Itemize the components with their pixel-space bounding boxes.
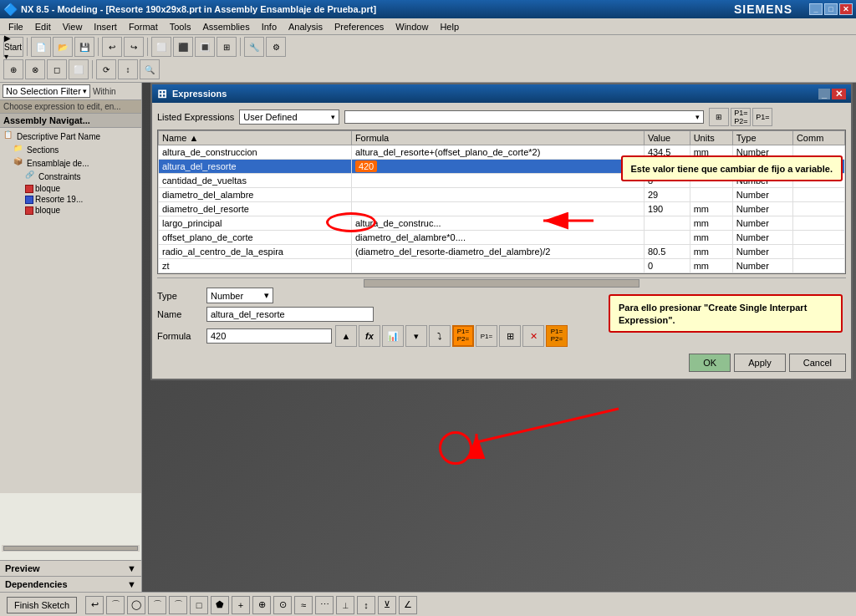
cancel-button[interactable]: Cancel xyxy=(789,354,846,372)
sketch-tool12[interactable]: ⋯ xyxy=(315,596,334,614)
sketch-tool3[interactable]: ◯ xyxy=(127,596,145,614)
view-tool2[interactable]: ⊗ xyxy=(25,59,45,79)
tree-item-constraints[interactable]: 🔗 Constraints xyxy=(2,170,140,183)
sketch-tool14[interactable]: ↕ xyxy=(357,596,375,614)
menu-preferences[interactable]: Preferences xyxy=(329,20,389,33)
table-scrollbar[interactable] xyxy=(157,277,846,288)
formula-fx-btn[interactable]: fx xyxy=(359,325,380,347)
tool3[interactable]: 🔳 xyxy=(195,37,215,57)
preview-header[interactable]: Preview ▼ xyxy=(0,561,141,576)
create-interpart-btn[interactable]: P1=P2= xyxy=(452,325,474,347)
finish-sketch-button[interactable]: Finish Sketch xyxy=(7,597,77,613)
col-formula[interactable]: Formula xyxy=(351,131,644,145)
formula-up-btn[interactable]: ▲ xyxy=(335,325,357,347)
col-value[interactable]: Value xyxy=(644,131,690,145)
menu-edit[interactable]: Edit xyxy=(30,20,56,33)
menu-file[interactable]: File xyxy=(3,20,28,33)
interpart-ref-btn[interactable]: P1= xyxy=(752,108,772,126)
selection-filter-dropdown[interactable]: No Selection Filter ▾ xyxy=(3,84,90,98)
undo-button[interactable]: ↩ xyxy=(102,37,122,57)
table-row[interactable]: largo_principal altura_de_construc... mm… xyxy=(159,216,845,231)
sketch-tool6[interactable]: □ xyxy=(190,596,208,614)
col-type[interactable]: Type xyxy=(732,131,792,145)
close-button[interactable]: ✕ xyxy=(839,3,853,15)
tree-item-bloque2[interactable]: bloque xyxy=(2,205,140,216)
menu-tools[interactable]: Tools xyxy=(165,20,196,33)
formula-down-btn[interactable]: ▾ xyxy=(405,325,427,347)
type-combo[interactable]: Number ▾ xyxy=(206,288,273,303)
tool1[interactable]: ⬜ xyxy=(151,37,171,57)
table-view-btn[interactable]: ⊞ xyxy=(709,108,729,126)
dialog-minimize[interactable]: _ xyxy=(818,89,830,99)
view-tool4[interactable]: ⬜ xyxy=(69,59,89,79)
menu-insert[interactable]: Insert xyxy=(89,20,122,33)
redo-button[interactable]: ↪ xyxy=(124,37,144,57)
formula-special-btn[interactable]: P1=P2= xyxy=(546,325,568,347)
maximize-button[interactable]: □ xyxy=(824,3,838,15)
ok-button[interactable]: OK xyxy=(689,354,731,372)
view-tool1[interactable]: ⊕ xyxy=(3,59,23,79)
table-row[interactable]: zt 0 mm Number xyxy=(159,259,845,273)
new-button[interactable]: 📄 xyxy=(31,37,51,57)
table-row[interactable]: offset_plano_de_corte diametro_del_alamb… xyxy=(159,231,845,245)
formula-input[interactable] xyxy=(206,328,332,344)
formula-table-btn[interactable]: ⊞ xyxy=(499,325,521,347)
tool4[interactable]: ⊞ xyxy=(217,37,237,57)
sketch-tool8[interactable]: + xyxy=(232,596,250,614)
tool2[interactable]: ⬛ xyxy=(173,37,193,57)
sketch-tool11[interactable]: ≈ xyxy=(294,596,313,614)
sketch-tool15[interactable]: ⊻ xyxy=(378,596,396,614)
sketch-tool7[interactable]: ⬟ xyxy=(211,596,229,614)
filter-type-combo[interactable]: User Defined ▾ xyxy=(239,109,339,125)
sketch-tool1[interactable]: ↩ xyxy=(85,596,104,614)
formula-clear-btn[interactable]: ✕ xyxy=(522,325,544,347)
formula-graph-btn[interactable]: 📊 xyxy=(382,325,404,347)
col-name[interactable]: Name ▲ xyxy=(159,131,352,145)
viewport[interactable]: P1=P2= P1=P2= P1= ⊞ Expressions _ ✕ xyxy=(142,83,856,592)
sketch-tool2[interactable]: ⌒ xyxy=(106,596,125,614)
formula-ref-btn[interactable]: P1= xyxy=(476,325,497,347)
menu-format[interactable]: Format xyxy=(124,20,163,33)
table-row[interactable]: diametro_del_resorte 190 mm Number xyxy=(159,202,845,216)
col-comm[interactable]: Comm xyxy=(792,131,844,145)
table-row[interactable]: diametro_del_alambre 29 Number xyxy=(159,188,845,202)
view-tool3[interactable]: ◻ xyxy=(47,59,67,79)
menu-info[interactable]: Info xyxy=(257,20,282,33)
menu-view[interactable]: View xyxy=(58,20,88,33)
save-button[interactable]: 💾 xyxy=(74,37,94,57)
name-input[interactable] xyxy=(206,307,374,322)
view-tool6[interactable]: ↕ xyxy=(118,59,138,79)
tree-item-bloque1[interactable]: bloque xyxy=(2,183,140,194)
sketch-tool5[interactable]: ⌒ xyxy=(169,596,187,614)
tool6[interactable]: ⚙ xyxy=(266,37,286,57)
scroll-thumb[interactable] xyxy=(364,279,639,288)
tree-item-ensamblaje[interactable]: 📦 Ensamblaje de... xyxy=(2,156,140,170)
tree-item-resorte[interactable]: Resorte 19... xyxy=(2,194,140,205)
open-button[interactable]: 📂 xyxy=(53,37,73,57)
dialog-close-icon[interactable]: ✕ xyxy=(832,89,846,99)
menu-window[interactable]: Window xyxy=(390,20,433,33)
minimize-button[interactable]: _ xyxy=(809,3,823,15)
interpart-create-btn[interactable]: P1=P2= xyxy=(731,108,751,126)
view-tool7[interactable]: 🔍 xyxy=(140,59,160,79)
apply-button[interactable]: Apply xyxy=(734,354,786,372)
sketch-tool16[interactable]: ∠ xyxy=(399,596,417,614)
view-tool5[interactable]: ⟳ xyxy=(96,59,116,79)
sketch-tool4[interactable]: ⌒ xyxy=(148,596,166,614)
menu-analysis[interactable]: Analysis xyxy=(283,20,328,33)
col-units[interactable]: Units xyxy=(690,131,732,145)
tree-item-descriptive[interactable]: 📋 Descriptive Part Name xyxy=(2,130,140,143)
sketch-tool13[interactable]: ⟂ xyxy=(336,596,354,614)
start-button[interactable]: ▶ Start ▾ xyxy=(3,37,23,57)
tool5[interactable]: 🔧 xyxy=(244,37,264,57)
formula-import-btn[interactable]: ⤵ xyxy=(429,325,451,347)
dependencies-header[interactable]: Dependencies ▼ xyxy=(0,577,141,592)
filter-scope-combo[interactable]: ▾ xyxy=(344,110,704,124)
menu-assemblies[interactable]: Assemblies xyxy=(197,20,254,33)
table-row[interactable]: radio_al_centro_de_la_espira (diametro_d… xyxy=(159,245,845,259)
nav-scroll-area[interactable] xyxy=(0,493,141,560)
tree-item-sections[interactable]: 📁 Sections xyxy=(2,143,140,156)
sketch-tool9[interactable]: ⊕ xyxy=(252,596,271,614)
menu-help[interactable]: Help xyxy=(435,20,464,33)
sketch-tool10[interactable]: ⊙ xyxy=(273,596,292,614)
